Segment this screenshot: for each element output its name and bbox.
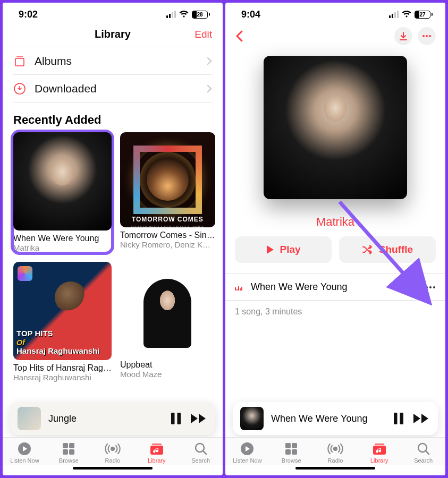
tab-bar: Listen Now Browse Radio Library Search <box>3 437 223 465</box>
screen-album: 9:04 27 Matrika Play <box>225 3 445 475</box>
tab-radio[interactable]: Radio <box>91 442 135 464</box>
shuffle-button[interactable]: Shuffle <box>339 236 436 263</box>
home-indicator[interactable] <box>225 465 445 475</box>
album-card[interactable]: Uppbeat Mood Maze <box>120 262 215 382</box>
tab-library[interactable]: Library <box>134 442 179 464</box>
svg-point-27 <box>334 447 337 450</box>
chevron-right-icon <box>207 84 212 93</box>
svg-rect-11 <box>152 443 162 445</box>
svg-rect-6 <box>69 443 74 448</box>
svg-rect-25 <box>285 449 291 455</box>
svg-rect-5 <box>63 443 68 448</box>
wifi-icon <box>402 11 411 18</box>
row-downloaded[interactable]: Downloaded <box>13 75 212 103</box>
next-button[interactable] <box>190 412 208 425</box>
svg-rect-21 <box>400 413 404 424</box>
tab-listen-now[interactable]: Listen Now <box>225 442 269 464</box>
chevron-right-icon <box>207 57 212 65</box>
svg-rect-3 <box>177 413 181 424</box>
track-more-button[interactable] <box>425 286 436 289</box>
svg-rect-26 <box>292 449 297 455</box>
svg-rect-8 <box>69 449 74 455</box>
download-button[interactable] <box>394 27 412 45</box>
battery-icon: 27 <box>415 11 433 19</box>
tab-search[interactable]: Search <box>401 442 445 464</box>
svg-rect-23 <box>285 443 291 448</box>
svg-point-13 <box>422 35 425 37</box>
album-art: TOMORROW COMES NICKY ROMERO & DENIZ KOYU… <box>120 132 215 227</box>
svg-rect-2 <box>171 413 175 424</box>
tab-radio[interactable]: Radio <box>314 442 358 464</box>
album-art: TOP HITSOfHansraj Raghuwanshi <box>13 262 112 360</box>
albums-icon <box>13 55 26 67</box>
tab-bar: Listen Now Browse Radio Library Search <box>225 437 445 465</box>
edit-button[interactable]: Edit <box>180 29 212 40</box>
svg-rect-24 <box>292 443 297 448</box>
screen-library: 9:02 28 Library Edit Albums <box>3 3 223 475</box>
track-row[interactable]: When We Were Young <box>225 274 445 301</box>
svg-point-14 <box>426 35 428 37</box>
more-button[interactable] <box>418 27 436 45</box>
back-button[interactable] <box>235 30 243 42</box>
battery-icon: 28 <box>192 11 210 19</box>
wifi-icon <box>179 11 189 18</box>
playing-indicator-icon <box>235 284 242 291</box>
album-meta: 1 song, 3 minutes <box>225 301 445 323</box>
svg-point-18 <box>433 286 435 288</box>
play-button[interactable]: Play <box>235 236 332 263</box>
downloaded-icon <box>13 82 26 95</box>
nav-bar: Library Edit <box>3 23 223 47</box>
now-playing-title: When We Were Young <box>271 413 385 424</box>
status-bar: 9:04 27 <box>225 3 445 23</box>
svg-point-9 <box>111 447 114 450</box>
nav-bar <box>225 23 445 48</box>
svg-point-17 <box>429 286 432 288</box>
tab-browse[interactable]: Browse <box>269 442 314 464</box>
now-playing-bar[interactable]: Jungle <box>10 402 215 435</box>
cell-signal-icon <box>389 11 399 18</box>
page-title: Library <box>95 28 131 40</box>
album-card[interactable]: TOMORROW COMES NICKY ROMERO & DENIZ KOYU… <box>120 132 215 252</box>
svg-rect-0 <box>15 58 24 66</box>
tab-browse[interactable]: Browse <box>47 442 91 464</box>
now-playing-title: Jungle <box>48 413 162 424</box>
pause-button[interactable] <box>170 412 182 425</box>
album-art <box>13 132 112 231</box>
svg-point-15 <box>429 35 431 37</box>
section-title: Recently Added <box>3 103 223 132</box>
svg-rect-20 <box>394 413 398 424</box>
album-art <box>120 262 215 357</box>
album-card[interactable]: When We Were Young Matrika <box>13 132 112 252</box>
svg-point-16 <box>426 286 428 288</box>
tab-library[interactable]: Library <box>357 442 401 464</box>
tab-search[interactable]: Search <box>179 442 223 464</box>
album-card[interactable]: TOP HITSOfHansraj Raghuwanshi Top Hits o… <box>13 262 112 382</box>
status-time: 9:02 <box>19 9 38 20</box>
pause-button[interactable] <box>392 412 405 425</box>
now-playing-bar[interactable]: When We Were Young <box>233 402 438 435</box>
next-button[interactable] <box>412 412 430 425</box>
artist-name[interactable]: Matrika <box>225 215 445 229</box>
now-playing-art <box>240 407 264 430</box>
cell-signal-icon <box>166 11 176 18</box>
row-albums[interactable]: Albums <box>13 47 212 75</box>
home-indicator[interactable] <box>3 465 223 475</box>
svg-rect-29 <box>375 443 384 445</box>
status-time: 9:04 <box>241 9 260 20</box>
svg-rect-7 <box>63 449 68 455</box>
tab-listen-now[interactable]: Listen Now <box>3 442 47 464</box>
status-bar: 9:02 28 <box>3 3 223 23</box>
album-art-large[interactable] <box>264 56 407 199</box>
now-playing-art <box>18 407 41 430</box>
